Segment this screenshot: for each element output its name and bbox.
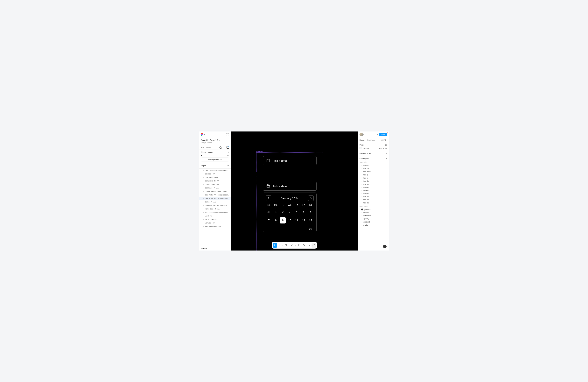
color-style-item[interactable]: ›opacity [358,217,389,220]
color-style-item[interactable]: ›extended [358,214,389,217]
text-style-item[interactable]: ›text-3xl [358,183,389,186]
text-style-item[interactable]: ›text-2xl [358,180,389,183]
calendar-day[interactable] [287,226,293,232]
next-month-button[interactable] [308,195,314,201]
color-style-item[interactable]: ›avatar [358,223,389,227]
layers-header[interactable]: Layers [199,246,231,251]
text-style-item[interactable]: ›text-5xl [358,189,389,192]
calendar-day[interactable]: 11 [294,217,300,223]
canvas[interactable]: Instances Pick a date Pick a date Januar… [231,131,358,251]
page-item[interactable]: → Context Menu - R - AA - excep… [199,190,231,193]
calendar-day[interactable]: 12 [300,217,307,223]
color-style-item[interactable]: ›default [358,211,389,214]
text-style-item[interactable]: ›text-xs [358,164,389,167]
text-style-item[interactable]: ›text-4xl [358,186,389,189]
page-item[interactable]: → Hover Card - R - AA [199,207,231,211]
calendar-day[interactable]: 20 [307,226,314,232]
user-menu[interactable]: ▾ [359,133,364,136]
date-picker-trigger-closed[interactable]: Pick a date [263,156,316,165]
tab-file[interactable]: File [201,145,204,149]
manage-memory-button[interactable]: Manage memory [201,158,229,161]
calendar-day[interactable]: 7 [266,217,272,223]
calendar-day[interactable]: 5 [300,209,307,215]
search-icon[interactable] [219,147,221,149]
color-style-item[interactable]: ›gradient [358,220,389,223]
tab-prototype[interactable]: Prototype [367,138,375,142]
figma-menu[interactable]: ▾ [201,133,205,136]
page-item[interactable]: → Dialog - R - AA [199,200,231,204]
page-item[interactable]: → Navigation Menu - AA [199,225,231,228]
add-page-icon[interactable]: + [227,164,229,167]
add-style-icon[interactable]: + [386,157,387,160]
text-style-item[interactable]: ›text-xl [358,176,389,180]
page-list[interactable]: → Card - R - AA - except placehol…→ Caro… [199,169,231,246]
move-tool[interactable] [273,243,277,248]
actions-tool[interactable] [306,243,311,248]
calendar-day[interactable] [300,226,307,232]
calendar-day[interactable] [273,226,279,232]
close-icon[interactable]: × [228,151,229,153]
text-style-item[interactable]: ›text-7xl [358,195,389,198]
pages-title[interactable]: Pages [201,165,206,167]
text-tool[interactable]: T [296,243,301,248]
comment-tool[interactable] [301,243,306,248]
color-hex[interactable]: F4F5F7 [363,147,378,149]
sliders-icon[interactable] [385,152,387,154]
canvas-scrollbar-thumb[interactable] [357,161,358,196]
calendar-day[interactable]: 1 [273,209,279,215]
prev-month-button[interactable] [266,195,271,201]
page-item[interactable]: → Menubar - AA [199,221,231,225]
calendar-day[interactable]: 4 [294,209,300,215]
share-button[interactable]: Share [379,133,387,136]
tab-design[interactable]: Design [359,138,365,142]
page-item[interactable]: → Collapsible - R - AA [199,179,231,183]
opacity-value[interactable]: 100 [379,147,382,149]
text-style-item[interactable]: ›text-lg [358,173,389,176]
page-item[interactable]: → Command - R - AA [199,186,231,190]
color-swatch[interactable] [359,147,362,149]
component-insert-icon[interactable] [227,146,229,149]
local-variables-section[interactable]: Local variables [358,151,389,156]
calendar-day[interactable]: 6 [307,209,314,215]
text-style-item[interactable]: ›text-8xl [358,198,389,201]
calendar-day[interactable] [280,226,286,232]
pen-tool[interactable]: ▾ [290,243,296,248]
date-picker-trigger-open[interactable]: Pick a date [263,182,316,191]
project-name[interactable]: Design System [199,142,231,145]
page-item[interactable]: → Card - R - AA - except placehol… [199,169,231,172]
calendar-day[interactable]: 31 [266,209,272,215]
text-style-item[interactable]: ›text-6xl [358,192,389,195]
calendar-day[interactable] [294,226,300,232]
page-item[interactable]: → Date Table - AA - except placeh… [199,193,231,197]
help-button[interactable]: ? [383,245,387,248]
visibility-icon[interactable]: 👁 [385,147,387,149]
instances-frame-label[interactable]: Instances [256,150,263,152]
calendar-day[interactable]: 10 [287,217,293,223]
background-color-row[interactable]: F4F5F7 100 % 👁 [359,147,387,149]
toggle-sidebar-icon[interactable] [226,133,229,136]
page-item[interactable]: → Combobox - R - AA [199,183,231,186]
page-item[interactable]: → Carousel - AA [199,172,231,176]
text-style-item[interactable]: ›text-sm [358,167,389,170]
page-item[interactable]: → Label - AA [199,214,231,218]
page-item[interactable]: → Dropdown Menu - R - AA - exc… [199,204,231,207]
zoom-control[interactable]: 200% ▾ [381,139,387,141]
export-settings-icon[interactable] [385,144,387,146]
calendar-day[interactable] [266,226,272,232]
color-style-item[interactable]: gradient [358,208,389,211]
page-item[interactable]: → Date Picker -AA - except disabl… [199,197,231,200]
dev-mode-tool[interactable] [312,243,316,248]
file-title-row[interactable]: Solo UI - Base 1.0▾ [199,138,231,142]
text-style-item[interactable]: ›text-base [358,170,389,173]
calendar-day[interactable]: 3 [287,209,293,215]
calendar-day[interactable]: 8 [273,217,279,223]
tab-assets[interactable]: Assets [206,145,211,149]
page-item[interactable]: → Media Object - R [199,218,231,221]
present-button[interactable]: ▾ [375,134,378,136]
calendar-day[interactable]: 13 [307,217,314,223]
calendar-day[interactable]: 9 [280,217,286,223]
frame-tool[interactable]: ▾ [278,243,284,248]
page-item[interactable]: → Checkbox - R - AA [199,176,231,179]
page-item[interactable]: → Input - R - AA - except placehol… [199,211,231,214]
text-style-item[interactable]: ›text-9xl [358,201,389,204]
